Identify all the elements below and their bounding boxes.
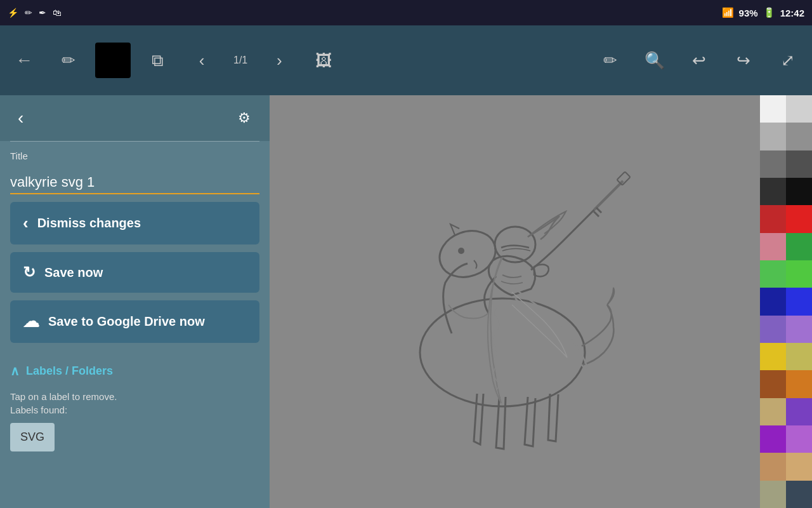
chevron-left-icon: ‹	[199, 51, 205, 70]
color-gray1[interactable]	[760, 123, 786, 150]
labels-chevron-icon: ∧	[10, 363, 20, 378]
color-gray3[interactable]	[760, 150, 786, 178]
search-icon: 🔍	[645, 51, 665, 70]
labels-header[interactable]: ∧ Labels / Folders	[10, 358, 259, 384]
color-navy[interactable]	[760, 288, 786, 315]
toolbar-right-group: ✏ 🔍 ↩ ↪ ⤢	[593, 43, 806, 78]
save-now-button[interactable]: ↻ Save now	[10, 252, 259, 293]
labels-hint: Tap on a label to remove. Labels found:	[10, 384, 259, 420]
image-insert-button[interactable]: 🖼	[306, 43, 341, 78]
panel-header: ‹ ⚙	[0, 95, 270, 141]
color-purple[interactable]	[760, 316, 786, 343]
status-bar: ⚡ ✏ ✒ 🛍 📶 93% 🔋 12:42	[0, 0, 812, 25]
save-google-drive-button[interactable]: ☁ Save to Google Drive now	[10, 300, 259, 343]
battery-icon: 🔋	[763, 7, 775, 18]
color-green[interactable]	[760, 260, 786, 288]
svg-point-1	[433, 224, 502, 285]
pen-icon: ✏	[62, 51, 75, 70]
title-input[interactable]	[10, 171, 259, 194]
svg-rect-4	[617, 171, 630, 185]
pen-tool-button[interactable]: ✏	[51, 43, 86, 78]
color-light-gray[interactable]	[786, 95, 812, 123]
color-sage[interactable]	[760, 481, 786, 508]
palette-row-15	[760, 481, 812, 508]
cloud-icon: ☁	[23, 312, 39, 331]
save-icon: ↻	[23, 264, 36, 281]
svg-label-tag[interactable]: SVG	[10, 423, 55, 451]
labels-title: Labels / Folders	[26, 364, 113, 378]
status-icons: ⚡ ✏ ✒ 🛍	[8, 8, 62, 18]
color-light-green[interactable]	[786, 260, 812, 288]
color-violet[interactable]	[786, 398, 812, 425]
color-dark-brown[interactable]	[760, 370, 786, 398]
color-light-purple[interactable]	[786, 316, 812, 343]
time-display: 12:42	[780, 8, 804, 18]
panel-settings-button[interactable]: ⚙	[232, 105, 257, 131]
back-button[interactable]: ←	[6, 43, 42, 78]
panel-back-button[interactable]: ‹	[13, 105, 29, 131]
dismiss-label: Dismiss changes	[37, 216, 141, 231]
color-lavender[interactable]	[786, 425, 812, 453]
color-olive[interactable]	[786, 343, 812, 370]
color-slate[interactable]	[786, 481, 812, 508]
layers-icon: ⧉	[152, 51, 164, 70]
color-magenta[interactable]	[760, 425, 786, 453]
color-dark-green[interactable]	[786, 233, 812, 260]
status-right: 📶 93% 🔋 12:42	[722, 7, 804, 18]
nav-next-button[interactable]: ›	[261, 43, 297, 78]
color-blue[interactable]	[786, 288, 812, 315]
layers-button[interactable]: ⧉	[140, 43, 175, 78]
color-orange[interactable]	[786, 370, 812, 398]
search-button[interactable]: 🔍	[637, 43, 672, 78]
palette-row-2	[760, 123, 812, 150]
chevron-right-icon: ›	[277, 51, 282, 70]
color-yellow[interactable]	[760, 343, 786, 370]
stylus-icon: ✒	[39, 8, 46, 18]
undo-button[interactable]: ↩	[681, 43, 717, 78]
color-pink[interactable]	[760, 233, 786, 260]
palette-row-13	[760, 425, 812, 453]
main-toolbar: ← ✏ ⧉ ‹ 1/1 › 🖼 ✏ 🔍 ↩ ↪ ⤢	[0, 25, 812, 95]
color-dark-gray[interactable]	[786, 150, 812, 178]
valkyrie-drawing	[331, 117, 699, 486]
page-fraction: 1/1	[233, 55, 247, 66]
eraser-icon: ✏	[603, 51, 617, 70]
left-panel: ‹ ⚙ Title ‹ Dismiss changes ↻ Save now ☁…	[0, 95, 270, 508]
redo-icon: ↪	[737, 51, 750, 70]
color-gray2[interactable]	[786, 123, 812, 150]
page-indicator: 1/1	[228, 43, 252, 78]
svg-point-2	[458, 248, 464, 254]
dismiss-changes-button[interactable]: ‹ Dismiss changes	[10, 202, 259, 244]
color-red[interactable]	[786, 205, 812, 232]
palette-row-3	[760, 150, 812, 178]
redo-button[interactable]: ↪	[726, 43, 761, 78]
color-palette	[760, 95, 812, 508]
color-khaki[interactable]	[786, 453, 812, 480]
panel-content: Title ‹ Dismiss changes ↻ Save now ☁ Sav…	[0, 142, 270, 352]
canvas-area[interactable]	[270, 95, 760, 508]
color-black[interactable]	[786, 178, 812, 205]
drawing-canvas	[270, 95, 760, 508]
save-now-label: Save now	[44, 265, 103, 280]
palette-row-5	[760, 205, 812, 232]
fullscreen-button[interactable]: ⤢	[770, 43, 806, 78]
palette-row-14	[760, 453, 812, 480]
image-icon: 🖼	[315, 51, 332, 70]
color-sand[interactable]	[760, 453, 786, 480]
color-dark-red[interactable]	[760, 205, 786, 232]
color-swatch-button[interactable]	[95, 43, 131, 78]
palette-row-1	[760, 95, 812, 123]
nav-prev-button[interactable]: ‹	[184, 43, 219, 78]
palette-row-10	[760, 343, 812, 370]
palette-row-7	[760, 260, 812, 288]
color-white[interactable]	[760, 95, 786, 123]
battery-text: 93%	[739, 8, 758, 18]
palette-row-9	[760, 316, 812, 343]
eraser-button[interactable]: ✏	[593, 43, 628, 78]
palette-row-4	[760, 178, 812, 205]
fullscreen-icon: ⤢	[781, 51, 795, 70]
color-very-dark[interactable]	[760, 178, 786, 205]
palette-row-12	[760, 398, 812, 425]
color-tan[interactable]	[760, 398, 786, 425]
title-label: Title	[10, 150, 259, 161]
